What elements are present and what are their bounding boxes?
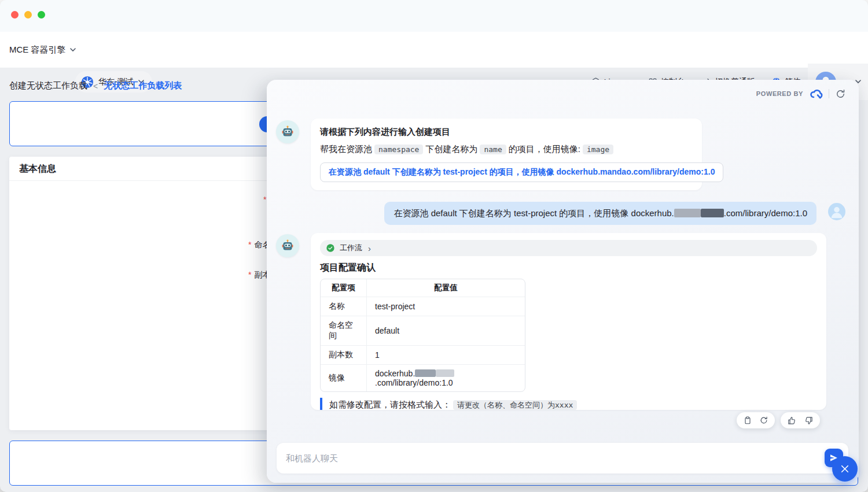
user-avatar xyxy=(828,203,845,220)
suggestion-button[interactable]: 在资源池 default 下创建名称为 test-project 的项目，使用镜… xyxy=(320,162,723,182)
regenerate-icon[interactable] xyxy=(759,416,768,425)
code-chip-modify: 请更改（名称、命名空间）为xxxx xyxy=(453,400,577,410)
thumbs-up-icon[interactable] xyxy=(787,416,797,426)
traffic-light-maximize-icon[interactable] xyxy=(38,11,45,19)
app-window: MCE 容器引擎 华东-测试 License xyxy=(0,0,868,492)
app-header: MCE 容器引擎 华东-测试 License xyxy=(0,32,868,68)
window-titlebar xyxy=(0,0,868,32)
table-row-image: 镜像 dockerhub..com/library/demo:1.0 xyxy=(321,365,525,391)
check-circle-icon xyxy=(326,243,335,253)
table-row: 副本数 1 xyxy=(321,346,525,365)
col-header-item: 配置项 xyxy=(321,279,366,297)
code-chip-name: name xyxy=(480,145,506,154)
redaction-block xyxy=(436,369,454,377)
code-chip-namespace: namespace xyxy=(374,145,423,154)
note-line-1: 如需修改配置，请按格式输入：请更改（名称、命名空间）为xxxx xyxy=(329,398,817,410)
brand-logo-icon xyxy=(809,88,823,99)
traffic-light-minimize-icon[interactable] xyxy=(24,11,32,19)
divider xyxy=(829,89,829,98)
chevron-down-icon xyxy=(70,48,76,52)
redaction-block xyxy=(674,209,701,217)
back-to-list-link[interactable]: 无状态工作负载列表 xyxy=(104,80,182,91)
bot-avatar xyxy=(276,234,299,257)
workflow-toggle[interactable]: 工作流 › xyxy=(320,240,817,256)
copy-icon[interactable] xyxy=(743,416,752,425)
bot-message-body: 帮我在资源池namespace下创建名称为name的项目，使用镜像:image xyxy=(320,142,693,157)
redaction-block xyxy=(701,209,724,217)
bot-avatar xyxy=(276,120,299,143)
chevron-right-icon: › xyxy=(368,243,371,253)
message-actions xyxy=(737,412,820,428)
workflow-label: 工作流 xyxy=(340,243,362,253)
chat-assistant-panel: POWERED BY xyxy=(267,80,859,483)
redaction-block xyxy=(415,369,436,377)
copy-refresh-pill xyxy=(737,412,775,428)
refresh-icon[interactable] xyxy=(835,88,846,99)
close-chat-button[interactable] xyxy=(832,456,858,482)
table-row: 命名空间 default xyxy=(321,316,525,346)
bot-message-1: 请根据下列内容进行输入创建项目 帮我在资源池namespace下创建名称为nam… xyxy=(311,119,702,190)
col-header-value: 配置值 xyxy=(366,279,525,297)
thumbs-down-icon[interactable] xyxy=(804,416,814,426)
table-header-row: 配置项 配置值 xyxy=(321,279,525,297)
close-icon xyxy=(840,464,850,474)
bot-message-2: 工作流 › 项目配置确认 配置项 配置值 名称 test-project 命名空… xyxy=(311,233,826,410)
person-icon xyxy=(828,203,845,220)
chat-input-box xyxy=(277,443,848,473)
config-confirm-heading: 项目配置确认 xyxy=(320,262,817,274)
breadcrumb: 创建无状态工作负载 < 无状态工作负载列表 xyxy=(9,80,182,91)
traffic-light-close-icon[interactable] xyxy=(11,11,19,19)
user-message: 在资源池 default 下创建名称为 test-project 的项目，使用镜… xyxy=(384,202,816,225)
chat-input[interactable] xyxy=(277,453,848,463)
instruction-note: 如需修改配置，请按格式输入：请更改（名称、命名空间）为xxxx 确认无误请输入Y… xyxy=(320,398,817,410)
robot-icon xyxy=(281,125,295,139)
powered-by-row: POWERED BY xyxy=(756,88,846,99)
table-row: 名称 test-project xyxy=(321,297,525,316)
breadcrumb-separator: < xyxy=(93,82,98,91)
product-menu[interactable]: MCE 容器引擎 xyxy=(9,32,76,68)
robot-icon xyxy=(281,239,295,253)
code-chip-image: image xyxy=(583,145,613,154)
feedback-pill xyxy=(781,412,820,428)
product-label: MCE 容器引擎 xyxy=(9,45,66,56)
page-title: 创建无状态工作负载 xyxy=(9,80,87,91)
powered-by-label: POWERED BY xyxy=(756,90,803,97)
config-table: 配置项 配置值 名称 test-project 命名空间 default 副本数… xyxy=(320,279,525,392)
bot-message-title: 请根据下列内容进行输入创建项目 xyxy=(320,127,693,138)
